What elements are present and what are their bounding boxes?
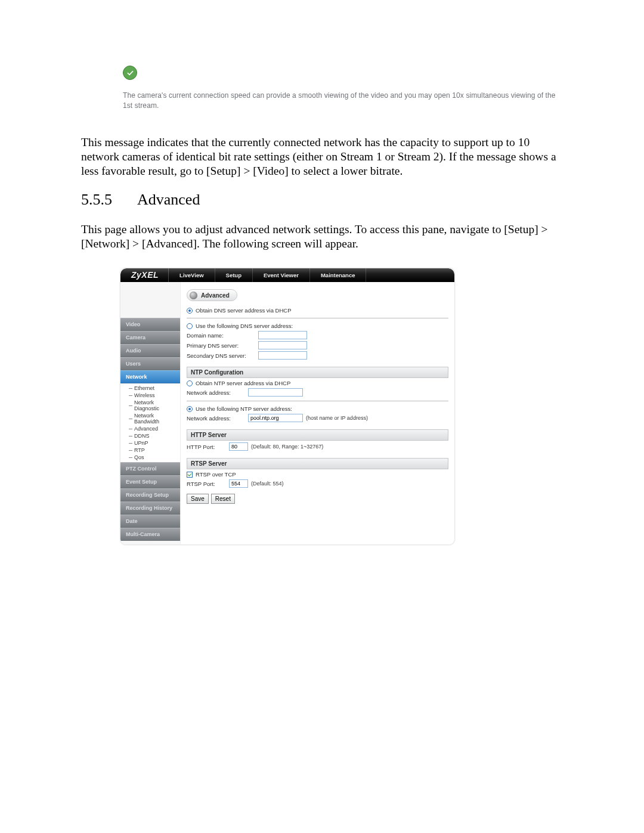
sidebar-item-rechist[interactable]: Recording History bbox=[120, 501, 180, 515]
reset-button[interactable]: Reset bbox=[211, 494, 235, 504]
body-paragraph-1: This message indicates that the currentl… bbox=[81, 135, 565, 178]
dns-manual-label: Use the following DNS server address: bbox=[196, 323, 293, 329]
dns-manual-radio[interactable] bbox=[187, 323, 193, 329]
pill-bullet-icon bbox=[190, 292, 197, 299]
advanced-pill-label: Advanced bbox=[201, 292, 230, 299]
ntp-manual-label: Use the following NTP server address: bbox=[196, 405, 292, 412]
ntp-manual-radio[interactable] bbox=[187, 406, 193, 412]
tree-dash-icon bbox=[129, 450, 132, 451]
tree-dash-icon bbox=[129, 395, 132, 396]
sidebar-sub-label: RTP bbox=[134, 447, 145, 453]
tab-liveview[interactable]: LiveView bbox=[168, 268, 215, 282]
sidebar-sub-netdiag[interactable]: Network Diagnostic bbox=[129, 399, 180, 412]
sidebar-item-ptz[interactable]: PTZ Control bbox=[120, 462, 180, 475]
sidebar-item-video[interactable]: Video bbox=[120, 318, 180, 331]
advanced-pill-button[interactable]: Advanced bbox=[187, 289, 237, 301]
radio-dot-icon bbox=[187, 323, 193, 329]
sidebar-sub-wireless[interactable]: Wireless bbox=[129, 392, 180, 399]
sidebar-sub-label: Ethernet bbox=[134, 385, 154, 391]
document-page: The camera's current connection speed ca… bbox=[0, 0, 644, 833]
ntp-hint: (host name or IP address) bbox=[306, 415, 368, 421]
sidebar-sub-ethernet[interactable]: Ethernet bbox=[129, 385, 180, 392]
primary-dns-input[interactable] bbox=[258, 341, 307, 349]
save-button[interactable]: Save bbox=[187, 494, 209, 504]
domain-name-input[interactable] bbox=[258, 331, 307, 339]
check-circle-icon bbox=[123, 66, 137, 80]
ntp-addr2-row: Network address: (host name or IP addres… bbox=[187, 414, 448, 422]
sidebar-item-date[interactable]: Date bbox=[120, 515, 180, 528]
sidebar-sub-label: UPnP bbox=[134, 440, 148, 446]
domain-name-row: Domain name: bbox=[187, 331, 448, 339]
sidebar-sub-label: Advanced bbox=[134, 426, 158, 432]
radio-dot-icon bbox=[187, 308, 193, 314]
secondary-dns-input[interactable] bbox=[258, 351, 307, 360]
section-number: 5.5.5 bbox=[81, 191, 112, 209]
sidebar-sub-label: Wireless bbox=[134, 392, 155, 398]
sidebar-sub-advanced[interactable]: Advanced bbox=[129, 425, 180, 432]
http-port-label: HTTP Port: bbox=[187, 444, 226, 450]
tree-dash-icon bbox=[129, 388, 132, 389]
ui-body: Video Camera Audio Users Network Etherne… bbox=[120, 282, 454, 544]
primary-dns-label: Primary DNS server: bbox=[187, 342, 255, 349]
dns-dhcp-radio[interactable] bbox=[187, 308, 193, 314]
ntp-addr1-label: Network address: bbox=[187, 389, 245, 396]
ntp-addr2-input[interactable] bbox=[248, 414, 303, 422]
sidebar-sub-netbw[interactable]: Network Bandwidth bbox=[129, 412, 180, 425]
tab-setup[interactable]: Setup bbox=[215, 268, 252, 282]
body-paragraph-2: This page allows you to adjust advanced … bbox=[81, 222, 565, 251]
dns-dhcp-row: Obtain DNS server address via DHCP bbox=[187, 307, 448, 314]
sidebar: Video Camera Audio Users Network Etherne… bbox=[120, 282, 181, 544]
sidebar-sub-ddns[interactable]: DDNS bbox=[129, 432, 180, 439]
http-port-input[interactable] bbox=[229, 442, 248, 451]
tree-dash-icon bbox=[129, 429, 132, 429]
secondary-dns-row: Secondary DNS server: bbox=[187, 351, 448, 360]
sidebar-item-network[interactable]: Network bbox=[120, 370, 180, 383]
dns-manual-row: Use the following DNS server address: bbox=[187, 323, 448, 329]
sidebar-item-event[interactable]: Event Setup bbox=[120, 475, 180, 488]
sidebar-item-camera[interactable]: Camera bbox=[120, 331, 180, 344]
sidebar-item-users[interactable]: Users bbox=[120, 357, 180, 370]
rtsp-tcp-checkbox[interactable] bbox=[187, 472, 193, 478]
sidebar-sub-rtp[interactable]: RTP bbox=[129, 447, 180, 454]
dns-dhcp-label: Obtain DNS server address via DHCP bbox=[196, 307, 292, 314]
tree-dash-icon bbox=[129, 405, 132, 406]
tree-dash-icon bbox=[129, 457, 132, 458]
http-port-hint: (Default: 80, Range: 1~32767) bbox=[251, 444, 323, 450]
rtsp-section-header: RTSP Server bbox=[187, 458, 448, 469]
rtsp-tcp-row: RTSP over TCP bbox=[187, 471, 448, 478]
section-heading: 5.5.5 Advanced bbox=[81, 191, 565, 209]
ntp-dhcp-row: Obtain NTP server address via DHCP bbox=[187, 380, 448, 386]
sidebar-item-recsetup[interactable]: Recording Setup bbox=[120, 488, 180, 501]
sidebar-sub-qos[interactable]: Qos bbox=[129, 454, 180, 461]
http-port-row: HTTP Port: (Default: 80, Range: 1~32767) bbox=[187, 442, 448, 451]
tree-dash-icon bbox=[129, 443, 132, 444]
router-ui-frame: ZyXEL LiveView Setup Event Viewer Mainte… bbox=[120, 268, 455, 545]
ntp-section-header: NTP Configuration bbox=[187, 367, 448, 378]
section-title: Advanced bbox=[137, 191, 200, 209]
tree-dash-icon bbox=[129, 436, 132, 436]
button-row: Save Reset bbox=[187, 494, 448, 504]
ntp-addr1-row: Network address: bbox=[187, 388, 448, 397]
ntp-addr2-label: Network address: bbox=[187, 415, 245, 422]
tree-dash-icon bbox=[129, 419, 132, 419]
sidebar-sub-label: Qos bbox=[134, 454, 144, 460]
secondary-dns-label: Secondary DNS server: bbox=[187, 352, 255, 359]
sidebar-item-multicam[interactable]: Multi-Camera bbox=[120, 528, 180, 541]
sidebar-sub-label: Network Diagnostic bbox=[134, 400, 180, 411]
rtsp-tcp-label: RTSP over TCP bbox=[196, 471, 236, 478]
ntp-dhcp-radio[interactable] bbox=[187, 380, 193, 386]
sidebar-sub-label: Network Bandwidth bbox=[134, 413, 180, 425]
ntp-manual-row: Use the following NTP server address: bbox=[187, 405, 448, 412]
tab-eventviewer[interactable]: Event Viewer bbox=[252, 268, 309, 282]
rtsp-port-input[interactable] bbox=[229, 479, 248, 488]
ntp-addr1-input[interactable] bbox=[248, 388, 303, 397]
top-nav: ZyXEL LiveView Setup Event Viewer Mainte… bbox=[120, 268, 454, 282]
http-section-header: HTTP Server bbox=[187, 429, 448, 441]
divider bbox=[187, 318, 448, 318]
tab-maintenance[interactable]: Maintenance bbox=[309, 268, 367, 282]
rtsp-port-row: RTSP Port: (Default: 554) bbox=[187, 479, 448, 488]
rtsp-port-hint: (Default: 554) bbox=[251, 481, 284, 487]
sidebar-item-audio[interactable]: Audio bbox=[120, 344, 180, 357]
radio-dot-icon bbox=[187, 380, 193, 386]
sidebar-sub-upnp[interactable]: UPnP bbox=[129, 439, 180, 447]
